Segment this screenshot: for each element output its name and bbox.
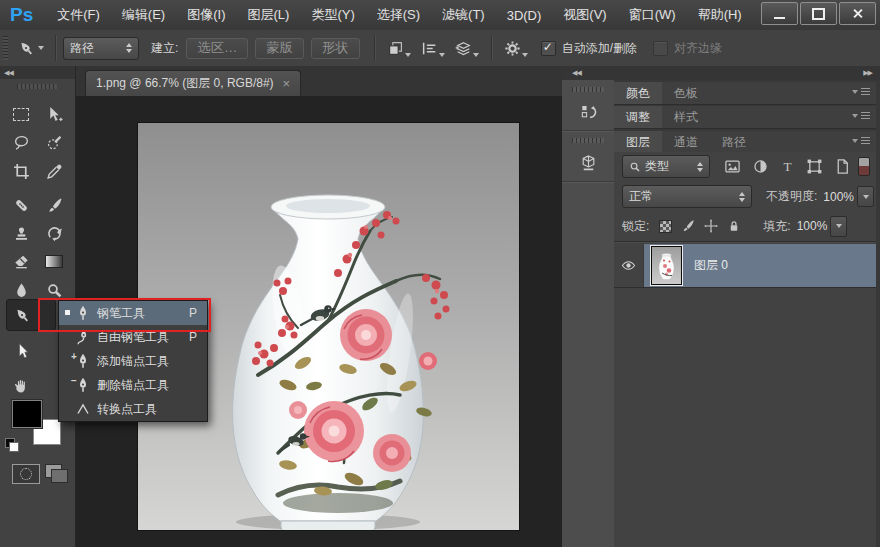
menu-select[interactable]: 选择(S) <box>367 2 430 28</box>
lasso-tool[interactable] <box>7 130 35 154</box>
screen-mode-button[interactable] <box>45 464 69 482</box>
make-selection-button[interactable]: 选区… <box>186 38 248 59</box>
close-icon <box>852 8 863 19</box>
eraser-tool[interactable] <box>7 249 35 273</box>
tab-channels[interactable]: 通道 <box>662 131 710 153</box>
default-colors-button[interactable] <box>5 438 19 451</box>
adjustment-layer-filter-icon[interactable] <box>752 158 769 175</box>
make-mask-button[interactable]: 蒙版 <box>255 38 304 59</box>
brush-tool[interactable] <box>40 193 68 217</box>
tools-panel-collapse[interactable]: ◀◀ <box>0 66 75 79</box>
flyout-item-pen-tool[interactable]: 钢笔工具 P <box>59 301 207 325</box>
path-arrange-icon <box>455 40 472 57</box>
lock-position-icon[interactable] <box>704 219 718 233</box>
eyedropper-tool[interactable] <box>40 159 68 183</box>
hand-icon <box>13 377 30 394</box>
dock-grip[interactable] <box>572 138 604 143</box>
auto-add-delete-checkbox[interactable] <box>541 41 556 56</box>
menu-3d[interactable]: 3D(D) <box>497 4 552 27</box>
blend-mode-dropdown[interactable]: 正常 <box>622 185 752 208</box>
lock-all-icon[interactable] <box>727 219 741 233</box>
flyout-item-freeform-pen-tool[interactable]: 自由钢笔工具 P <box>59 325 207 349</box>
type-layer-filter-icon[interactable]: T <box>780 158 795 175</box>
align-edges-checkbox[interactable] <box>653 41 668 56</box>
history-brush-tool[interactable] <box>40 221 68 245</box>
direct-selection-tool[interactable] <box>7 338 35 362</box>
pen-tool[interactable] <box>6 299 56 331</box>
rectangular-marquee-tool[interactable] <box>7 102 35 126</box>
tools-panel-grip[interactable] <box>17 84 57 89</box>
layer-visibility-cell[interactable] <box>614 244 644 287</box>
menu-image[interactable]: 图像(I) <box>177 2 235 28</box>
opacity-dropdown-button[interactable] <box>857 186 874 207</box>
history-brush-icon <box>46 225 63 242</box>
crop-tool[interactable] <box>7 159 35 183</box>
close-button[interactable] <box>839 2 876 25</box>
3d-panel-button[interactable] <box>562 147 614 177</box>
expand-right-icon[interactable]: ▶▶ <box>863 66 872 80</box>
move-tool[interactable] <box>40 102 68 126</box>
history-panel-button[interactable] <box>562 96 614 126</box>
dock-grip[interactable] <box>572 87 604 92</box>
opacity-label: 不透明度: <box>766 188 817 205</box>
window-controls <box>761 2 876 25</box>
menu-file[interactable]: 文件(F) <box>47 2 110 28</box>
flyout-item-convert-point-tool[interactable]: 转换点工具 <box>59 397 207 421</box>
options-bar-grip[interactable] <box>3 36 8 60</box>
shape-layer-filter-icon[interactable] <box>806 158 823 175</box>
collapse-left-icon[interactable]: ◀◀ <box>572 66 581 80</box>
divider <box>614 241 876 242</box>
menu-window[interactable]: 窗口(W) <box>619 2 686 28</box>
filter-toggle[interactable] <box>858 157 870 176</box>
layer-name: 图层 0 <box>694 257 728 274</box>
stamp-icon <box>13 225 30 242</box>
path-operations-icon <box>387 40 404 57</box>
menu-view[interactable]: 视图(V) <box>553 2 616 28</box>
pen-options-gear-button[interactable] <box>504 40 528 57</box>
tab-styles[interactable]: 样式 <box>662 106 710 128</box>
tab-adjustments[interactable]: 调整 <box>614 106 662 128</box>
tab-paths[interactable]: 路径 <box>710 131 758 153</box>
menu-help[interactable]: 帮助(H) <box>688 2 752 28</box>
panel-menu-icon[interactable] <box>852 112 870 119</box>
flyout-item-delete-anchor-tool[interactable]: − 删除锚点工具 <box>59 373 207 397</box>
lock-transparent-icon[interactable] <box>659 220 672 233</box>
foreground-color-swatch[interactable] <box>12 400 42 428</box>
hand-tool[interactable] <box>7 373 35 397</box>
lock-paint-icon[interactable] <box>681 219 695 233</box>
quick-selection-tool[interactable] <box>40 130 68 154</box>
filter-kind-dropdown[interactable]: 类型 <box>622 155 710 178</box>
tab-close-icon[interactable]: × <box>283 77 291 90</box>
clone-stamp-tool[interactable] <box>7 221 35 245</box>
layer-thumbnail[interactable] <box>652 247 681 284</box>
fill-dropdown-button[interactable] <box>830 216 847 237</box>
tool-preset-picker[interactable] <box>14 38 48 59</box>
pick-tool-mode-dropdown[interactable]: 路径 <box>63 37 139 60</box>
path-alignment-button[interactable] <box>421 40 445 57</box>
lock-label: 锁定: <box>622 218 649 235</box>
menu-edit[interactable]: 编辑(E) <box>112 2 175 28</box>
dodge-icon <box>46 282 63 299</box>
panel-menu-icon[interactable] <box>852 88 870 95</box>
minimize-button[interactable] <box>761 2 798 25</box>
path-operations-button[interactable] <box>387 40 411 57</box>
path-arrange-button[interactable] <box>455 40 479 57</box>
maximize-button[interactable] <box>800 2 837 25</box>
pixel-layer-filter-icon[interactable] <box>724 158 741 175</box>
menu-filter[interactable]: 滤镜(T) <box>432 2 495 28</box>
quick-mask-mode-button[interactable] <box>12 464 40 484</box>
smart-object-filter-icon[interactable] <box>834 158 851 175</box>
flyout-item-label: 自由钢笔工具 <box>97 329 169 346</box>
menu-layer[interactable]: 图层(L) <box>237 2 299 28</box>
spot-healing-brush-tool[interactable] <box>7 193 35 217</box>
panel-menu-icon[interactable] <box>852 137 870 144</box>
make-shape-button[interactable]: 形状 <box>311 38 360 59</box>
tab-layers[interactable]: 图层 <box>614 131 662 153</box>
layer-row[interactable]: 图层 0 <box>614 244 876 287</box>
document-tab[interactable]: 1.png @ 66.7% (图层 0, RGB/8#) × <box>85 70 301 96</box>
tab-color[interactable]: 颜色 <box>614 82 662 104</box>
flyout-item-add-anchor-tool[interactable]: + 添加锚点工具 <box>59 349 207 373</box>
gradient-tool[interactable] <box>40 249 68 273</box>
tab-swatches[interactable]: 色板 <box>662 82 710 104</box>
menu-type[interactable]: 类型(Y) <box>301 2 364 28</box>
